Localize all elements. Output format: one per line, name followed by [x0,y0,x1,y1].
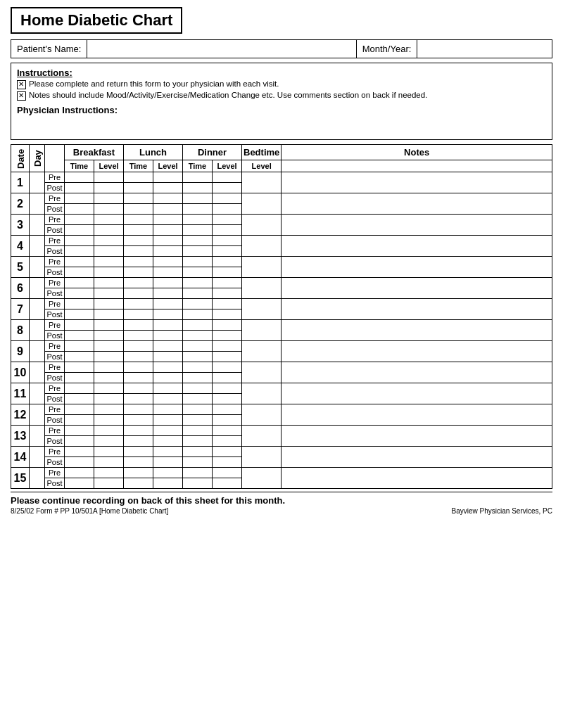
lunch-pre-time[interactable] [124,404,153,415]
breakfast-post-time[interactable] [65,352,94,362]
dinner-post-level[interactable] [213,267,242,278]
lunch-pre-time[interactable] [124,383,153,394]
breakfast-post-time[interactable] [65,394,94,404]
breakfast-post-level[interactable] [94,267,124,278]
breakfast-pre-time[interactable] [65,215,94,225]
lunch-pre-level[interactable] [153,299,183,309]
dinner-post-time[interactable] [183,478,213,489]
day-name-cell[interactable] [30,299,45,320]
dinner-post-time[interactable] [183,373,213,383]
lunch-pre-time[interactable] [124,193,153,204]
breakfast-pre-level[interactable] [94,468,124,478]
dinner-post-level[interactable] [213,204,242,215]
dinner-pre-level[interactable] [213,468,242,478]
dinner-post-time[interactable] [183,204,213,215]
breakfast-post-time[interactable] [65,373,94,383]
breakfast-pre-level[interactable] [94,172,124,183]
notes-cell[interactable] [282,447,552,468]
dinner-post-level[interactable] [213,309,242,320]
dinner-pre-time[interactable] [183,404,213,415]
dinner-post-time[interactable] [183,436,213,447]
dinner-post-time[interactable] [183,415,213,426]
lunch-post-level[interactable] [153,373,183,383]
day-name-cell[interactable] [30,468,45,489]
notes-cell[interactable] [282,404,552,426]
breakfast-post-level[interactable] [94,415,124,426]
lunch-pre-level[interactable] [153,278,183,288]
notes-cell[interactable] [282,320,552,341]
lunch-pre-level[interactable] [153,215,183,225]
breakfast-post-time[interactable] [65,246,94,257]
breakfast-pre-level[interactable] [94,447,124,457]
bedtime-level[interactable] [242,236,282,257]
breakfast-pre-time[interactable] [65,404,94,415]
lunch-pre-level[interactable] [153,362,183,373]
dinner-post-time[interactable] [183,394,213,404]
dinner-post-level[interactable] [213,352,242,362]
dinner-pre-time[interactable] [183,236,213,246]
notes-cell[interactable] [282,215,552,236]
breakfast-pre-level[interactable] [94,362,124,373]
day-name-cell[interactable] [30,236,45,257]
lunch-post-time[interactable] [124,288,153,299]
day-name-cell[interactable] [30,447,45,468]
day-name-cell[interactable] [30,341,45,362]
dinner-pre-level[interactable] [213,215,242,225]
dinner-pre-time[interactable] [183,278,213,288]
breakfast-post-time[interactable] [65,415,94,426]
lunch-pre-level[interactable] [153,172,183,183]
breakfast-post-level[interactable] [94,331,124,341]
breakfast-post-level[interactable] [94,204,124,215]
breakfast-post-level[interactable] [94,309,124,320]
lunch-pre-level[interactable] [153,468,183,478]
breakfast-pre-time[interactable] [65,257,94,267]
lunch-pre-time[interactable] [124,236,153,246]
breakfast-pre-time[interactable] [65,172,94,183]
lunch-pre-time[interactable] [124,468,153,478]
dinner-pre-time[interactable] [183,383,213,394]
lunch-pre-time[interactable] [124,215,153,225]
bedtime-level[interactable] [242,404,282,426]
lunch-post-time[interactable] [124,225,153,236]
lunch-post-level[interactable] [153,246,183,257]
lunch-pre-level[interactable] [153,404,183,415]
lunch-pre-level[interactable] [153,447,183,457]
dinner-post-level[interactable] [213,288,242,299]
bedtime-level[interactable] [242,172,282,193]
breakfast-pre-level[interactable] [94,278,124,288]
breakfast-post-level[interactable] [94,225,124,236]
dinner-pre-time[interactable] [183,215,213,225]
breakfast-post-level[interactable] [94,288,124,299]
dinner-post-level[interactable] [213,225,242,236]
day-name-cell[interactable] [30,278,45,299]
lunch-pre-level[interactable] [153,341,183,352]
dinner-post-level[interactable] [213,183,242,193]
lunch-post-time[interactable] [124,457,153,468]
notes-cell[interactable] [282,193,552,215]
lunch-post-time[interactable] [124,436,153,447]
dinner-post-time[interactable] [183,225,213,236]
breakfast-post-time[interactable] [65,478,94,489]
breakfast-pre-time[interactable] [65,362,94,373]
day-name-cell[interactable] [30,404,45,426]
breakfast-pre-level[interactable] [94,257,124,267]
notes-cell[interactable] [282,278,552,299]
breakfast-post-time[interactable] [65,183,94,193]
dinner-pre-level[interactable] [213,404,242,415]
bedtime-level[interactable] [242,193,282,215]
breakfast-post-time[interactable] [65,331,94,341]
breakfast-post-level[interactable] [94,394,124,404]
dinner-pre-time[interactable] [183,299,213,309]
patient-name-field[interactable] [87,40,356,58]
breakfast-post-time[interactable] [65,225,94,236]
breakfast-post-level[interactable] [94,457,124,468]
breakfast-pre-level[interactable] [94,193,124,204]
breakfast-pre-level[interactable] [94,236,124,246]
dinner-post-time[interactable] [183,309,213,320]
lunch-pre-level[interactable] [153,257,183,267]
breakfast-pre-level[interactable] [94,320,124,331]
breakfast-post-time[interactable] [65,267,94,278]
breakfast-post-level[interactable] [94,373,124,383]
dinner-post-level[interactable] [213,246,242,257]
dinner-post-level[interactable] [213,457,242,468]
